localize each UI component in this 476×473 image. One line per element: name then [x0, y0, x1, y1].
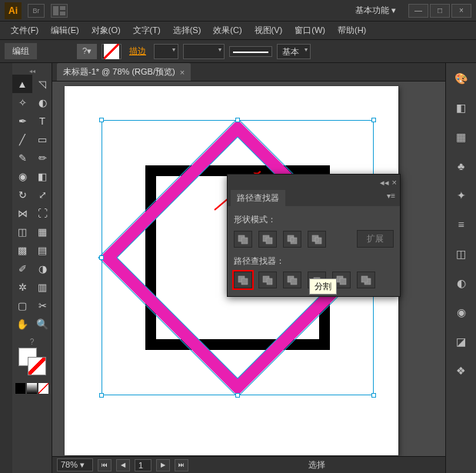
- minimize-button[interactable]: —: [408, 4, 428, 18]
- svg-rect-8: [266, 238, 272, 244]
- stroke-label-link[interactable]: 描边: [126, 45, 149, 57]
- blob-brush-tool[interactable]: ◉: [12, 167, 32, 185]
- menu-select[interactable]: 选择(S): [168, 22, 206, 38]
- first-artboard-button[interactable]: ⏮: [98, 459, 112, 471]
- type-tool[interactable]: T: [32, 112, 52, 130]
- magic-wand-tool[interactable]: ✧: [12, 93, 32, 112]
- handle-sw[interactable]: [99, 393, 104, 398]
- line-tool[interactable]: ╱: [12, 130, 32, 148]
- menu-view[interactable]: 视图(V): [250, 22, 288, 38]
- none-swatch[interactable]: [38, 383, 48, 394]
- graph-tool[interactable]: ▥: [32, 278, 52, 296]
- pencil-tool[interactable]: ✏: [32, 148, 52, 167]
- hand-tool[interactable]: ✋: [12, 315, 32, 333]
- menu-help[interactable]: 帮助(H): [333, 22, 371, 38]
- close-button[interactable]: ×: [451, 4, 471, 18]
- arrange-documents-button[interactable]: [51, 4, 68, 18]
- mesh-tool[interactable]: ▩: [12, 241, 32, 259]
- menu-file[interactable]: 文件(F): [6, 22, 43, 38]
- color-panel-icon[interactable]: 🎨: [452, 69, 471, 88]
- blend-tool[interactable]: ◑: [32, 259, 52, 278]
- handle-ne[interactable]: [371, 118, 376, 122]
- eraser-tool[interactable]: ◧: [32, 167, 52, 185]
- zoom-level-input[interactable]: 78% ▾: [57, 458, 93, 471]
- trim-button[interactable]: [258, 271, 277, 288]
- stroke-swatch[interactable]: [102, 44, 121, 59]
- lasso-tool[interactable]: ◐: [32, 93, 52, 112]
- prev-artboard-button[interactable]: ◀: [116, 459, 130, 471]
- gradient-tool[interactable]: ▤: [32, 241, 52, 259]
- panel-tab-pathfinder[interactable]: 路径查找器: [231, 190, 285, 206]
- stroke-panel-icon[interactable]: ≡: [452, 215, 471, 234]
- graphic-styles-panel-icon[interactable]: ◪: [452, 332, 471, 351]
- intersect-button[interactable]: [283, 231, 301, 248]
- fill-swatch[interactable]: ?▾: [77, 44, 97, 59]
- appearance-panel-icon[interactable]: ◉: [452, 303, 471, 321]
- bridge-button[interactable]: Br: [28, 4, 45, 18]
- panel-header[interactable]: ◂◂ ×: [228, 175, 400, 190]
- handle-n[interactable]: [235, 118, 240, 122]
- minus-back-button[interactable]: [357, 271, 375, 288]
- layers-panel-icon[interactable]: ❖: [452, 361, 471, 380]
- stroke-indicator[interactable]: [28, 357, 46, 375]
- pen-tool[interactable]: ✒: [12, 112, 32, 130]
- swatches-panel-icon[interactable]: ▦: [452, 128, 471, 146]
- expand-button[interactable]: 扩展: [357, 230, 394, 248]
- artboard-number-input[interactable]: 1: [135, 459, 151, 471]
- menu-edit[interactable]: 编辑(E): [46, 22, 84, 38]
- handle-nw[interactable]: [99, 118, 104, 122]
- menu-object[interactable]: 对象(O): [87, 22, 125, 38]
- control-bar: 编组 ?▾ 描边 基本: [0, 40, 476, 63]
- panel-menu-icon[interactable]: ▾≡: [387, 192, 395, 200]
- document-tab[interactable]: 未标题-1* @ 78% (RGB/预览) ×: [57, 63, 191, 81]
- handle-w[interactable]: [99, 255, 104, 260]
- color-swatch[interactable]: [15, 383, 25, 394]
- workspace-switcher[interactable]: 基本功能 ▾: [349, 2, 402, 19]
- minus-front-button[interactable]: [258, 231, 277, 248]
- artboard-tool[interactable]: ▢: [12, 296, 32, 315]
- scale-tool[interactable]: ⤢: [32, 185, 52, 204]
- rectangle-tool[interactable]: ▭: [32, 130, 52, 148]
- symbol-sprayer-tool[interactable]: ✲: [12, 278, 32, 296]
- transparency-panel-icon[interactable]: ◐: [452, 274, 471, 292]
- perspective-tool[interactable]: ▦: [32, 222, 52, 241]
- panel-close-icon[interactable]: ×: [392, 178, 397, 188]
- menu-window[interactable]: 窗口(W): [290, 22, 330, 38]
- menu-type[interactable]: 文字(T): [128, 22, 165, 38]
- paintbrush-tool[interactable]: ✎: [12, 148, 32, 167]
- svg-rect-2: [60, 12, 65, 15]
- last-artboard-button[interactable]: ⏭: [175, 459, 188, 471]
- zoom-tool[interactable]: 🔍: [32, 315, 52, 333]
- next-artboard-button[interactable]: ▶: [156, 459, 170, 471]
- rotate-tool[interactable]: ↻: [12, 185, 32, 204]
- maximize-button[interactable]: □: [430, 4, 450, 18]
- fill-stroke-control[interactable]: ?: [12, 333, 52, 381]
- brushes-panel-icon[interactable]: ♣: [452, 157, 471, 175]
- tab-close-button[interactable]: ×: [180, 68, 185, 77]
- stroke-weight-dropdown[interactable]: [154, 44, 178, 59]
- selection-tool[interactable]: ▲: [12, 75, 32, 93]
- color-guide-panel-icon[interactable]: ◧: [452, 98, 471, 117]
- shape-builder-tool[interactable]: ◫: [12, 222, 32, 241]
- status-bar: 78% ▾ ⏮ ◀ 1 ▶ ⏭ 选择: [52, 456, 445, 473]
- free-transform-tool[interactable]: ⛶: [32, 204, 52, 222]
- direct-selection-tool[interactable]: ◹: [32, 75, 52, 93]
- merge-button[interactable]: [283, 271, 301, 288]
- width-tool[interactable]: ⋈: [12, 204, 32, 222]
- handle-s[interactable]: [235, 393, 240, 398]
- symbols-panel-icon[interactable]: ✦: [452, 186, 471, 205]
- gradient-swatch[interactable]: [27, 383, 37, 394]
- unite-button[interactable]: [234, 231, 252, 248]
- menu-effect[interactable]: 效果(C): [208, 22, 246, 38]
- gradient-panel-icon[interactable]: ◫: [452, 245, 471, 263]
- slice-tool[interactable]: ✂: [32, 296, 52, 315]
- divide-button[interactable]: [234, 271, 252, 288]
- handle-se[interactable]: [371, 393, 376, 398]
- canvas[interactable]: ◂◂ × 路径查找器 ▾≡ 形状模式： 扩展: [52, 82, 445, 456]
- panel-collapse-icon[interactable]: ◂◂: [380, 178, 389, 188]
- eyedropper-tool[interactable]: ✐: [12, 259, 32, 278]
- exclude-button[interactable]: [308, 231, 326, 248]
- variable-width-dropdown[interactable]: [183, 44, 225, 59]
- brush-basic-dropdown[interactable]: 基本: [277, 44, 311, 59]
- brush-preview-dropdown[interactable]: [229, 46, 272, 57]
